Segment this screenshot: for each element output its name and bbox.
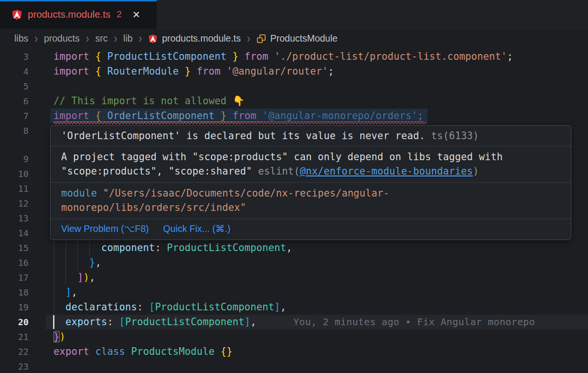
code-token: './product-list/product-list.component' (274, 51, 507, 62)
hover-text: "/Users/isaac/Documents/code/nx-recipes/… (61, 187, 389, 213)
code-token: , (89, 272, 96, 283)
line-number: 10 (0, 166, 29, 181)
breadcrumb-label: src (95, 33, 107, 44)
breadcrumb-item-lib[interactable]: lib (123, 33, 133, 44)
code-token: '@angular-monorepo/orders' (262, 110, 417, 121)
line-number: 21 (0, 329, 29, 344)
angular-icon (11, 9, 22, 20)
text-cursor (53, 315, 54, 329)
breadcrumb-separator: › (247, 32, 250, 45)
hover-action-bar: View Problem (⌥F8)Quick Fix... (⌘.) (51, 219, 571, 240)
code-line-23[interactable] (53, 359, 588, 373)
hover-text: module (61, 187, 103, 199)
code-token: class (95, 346, 131, 357)
breadcrumb-item-productsmodule[interactable]: ProductsModule (257, 33, 338, 44)
code-token: ; (507, 51, 513, 62)
code-token: ] (245, 316, 251, 328)
code-line-21[interactable]: }) (53, 329, 588, 344)
line-number: 5 (0, 79, 29, 94)
hover-text: ) (473, 165, 479, 177)
code-token: } (53, 331, 60, 342)
tab-products-module[interactable]: products.module.ts 2 × (0, 0, 157, 29)
code-token (53, 272, 77, 283)
code-line-22[interactable]: export class ProductsModule {} (53, 344, 588, 359)
hover-message-3: module "/Users/isaac/Documents/code/nx-r… (51, 182, 571, 219)
hover-text: eslint( (258, 165, 299, 177)
line-number: 22 (0, 344, 29, 359)
code-token: } (89, 257, 96, 268)
line-number: 13 (0, 211, 29, 226)
breadcrumb-item-libs[interactable]: libs (14, 33, 28, 44)
code-token: from (245, 51, 274, 62)
active-tab-indicator (0, 0, 157, 1)
line-number: 8 (0, 123, 29, 138)
code-line-19[interactable]: declarations: [ProductListComponent], (53, 300, 588, 315)
line-number: 23 (0, 359, 29, 373)
code-token (53, 286, 65, 298)
code-token: ) (83, 272, 89, 283)
code-token: : (107, 316, 119, 328)
code-token: ] (77, 272, 84, 283)
breadcrumb-item-products-module-ts[interactable]: products.module.ts (148, 33, 241, 44)
line-number: 11 (0, 181, 29, 196)
rule-link[interactable]: @nx/enforce-module-boundaries (300, 165, 473, 177)
code-line-17[interactable]: ]), (53, 270, 588, 285)
code-line-7[interactable]: import { OrderListComponent } from '@ang… (53, 109, 588, 123)
error-squiggle (53, 122, 427, 124)
code-token: ; (417, 110, 424, 121)
hover-text: ts(6133) (425, 130, 479, 142)
class-symbol-icon (257, 34, 266, 44)
breadcrumb: libs›products›src›lib›products.module.ts… (0, 29, 588, 48)
code-token: : (137, 301, 149, 313)
line-number: 16 (0, 255, 29, 270)
code-token: ) (60, 331, 66, 342)
code-token: ProductsModule (131, 346, 220, 357)
breadcrumb-separator: › (114, 32, 117, 45)
line-number: 17 (0, 270, 29, 285)
line-number: 20 (0, 315, 29, 329)
code-token: export (53, 346, 95, 357)
code-token: , (280, 301, 287, 313)
line-number: 18 (0, 285, 29, 300)
code-token: exports (65, 316, 107, 328)
line-number: 15 (0, 241, 29, 255)
view-problem-button[interactable]: View Problem (⌥F8) (61, 222, 149, 235)
code-token (53, 242, 101, 253)
code-token: // This import is not allowed (53, 95, 233, 107)
close-icon[interactable]: × (133, 8, 140, 21)
error-hover-popup: 'OrderListComponent' is declared but its… (50, 125, 571, 240)
code-token: ProductListComponent (155, 301, 274, 313)
tab-bar: products.module.ts 2 × (0, 0, 588, 29)
code-token: ] (65, 286, 72, 298)
code-token: : (155, 242, 167, 253)
hover-message-2: A project tagged with "scope:products" c… (51, 146, 571, 182)
tab-label: products.module.ts (28, 9, 110, 20)
breadcrumb-separator: › (86, 32, 89, 45)
code-line-4[interactable]: import { RouterModule } from '@angular/r… (53, 64, 588, 79)
code-token: ProductListComponent (107, 51, 226, 62)
code-line-6[interactable]: // This import is not allowed 👇 (53, 94, 588, 109)
code-line-5[interactable] (53, 79, 588, 94)
line-number: 9 (0, 152, 29, 166)
line-number: 14 (0, 226, 29, 241)
code-token: ProductListComponent (125, 316, 245, 328)
problems-count-badge: 2 (117, 9, 122, 20)
angular-icon (11, 9, 22, 20)
breadcrumb-item-products[interactable]: products (44, 33, 80, 44)
breadcrumb-item-src[interactable]: src (95, 33, 107, 44)
code-line-3[interactable]: import { ProductListComponent } from './… (53, 49, 588, 64)
code-line-16[interactable]: }, (53, 255, 588, 270)
quick-fix-button[interactable]: Quick Fix... (⌘.) (163, 222, 231, 235)
code-token: { (95, 66, 107, 77)
hover-message-1: 'OrderListComponent' is declared but its… (51, 126, 571, 146)
code-token: {} (221, 346, 233, 357)
code-editor[interactable]: 3import { ProductListComponent } from '.… (0, 48, 588, 373)
angular-icon (148, 34, 158, 44)
code-line-18[interactable]: ], (53, 285, 588, 300)
code-token: } (226, 51, 244, 62)
code-token: from (197, 66, 226, 77)
code-token: 👇 (233, 95, 245, 107)
code-line-15[interactable]: component: ProductListComponent, (53, 241, 588, 255)
breadcrumb-separator: › (139, 32, 142, 45)
hover-text: 'OrderListComponent' is declared but its… (61, 130, 425, 142)
